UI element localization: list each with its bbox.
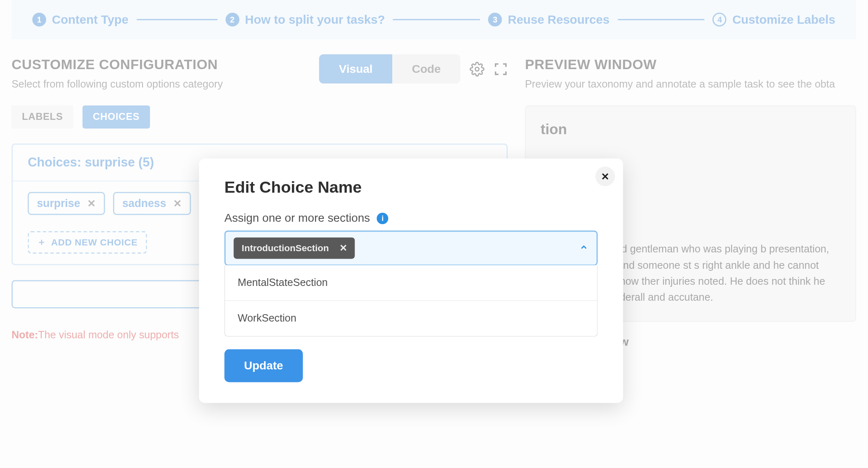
info-icon[interactable]: i [377, 212, 389, 224]
sections-multiselect[interactable]: IntroductionSection ✕ [224, 231, 598, 266]
selected-section-label: IntroductionSection [242, 243, 329, 253]
field-label-text: Assign one or more sections [224, 212, 370, 225]
remove-tag-icon[interactable]: ✕ [339, 243, 347, 254]
dropdown-option[interactable]: WorkSection [225, 300, 597, 336]
edit-choice-name-modal: ✕ Edit Choice Name Assign one or more se… [199, 158, 623, 403]
dropdown-option[interactable]: MentalStateSection [225, 265, 597, 300]
assign-sections-label: Assign one or more sections i [224, 212, 598, 225]
modal-title: Edit Choice Name [224, 178, 598, 196]
close-icon[interactable]: ✕ [595, 166, 615, 186]
selected-section-tag: IntroductionSection ✕ [234, 238, 355, 259]
chevron-up-icon[interactable] [579, 243, 589, 254]
sections-dropdown: MentalStateSection WorkSection [224, 265, 598, 337]
update-button[interactable]: Update [224, 349, 303, 382]
